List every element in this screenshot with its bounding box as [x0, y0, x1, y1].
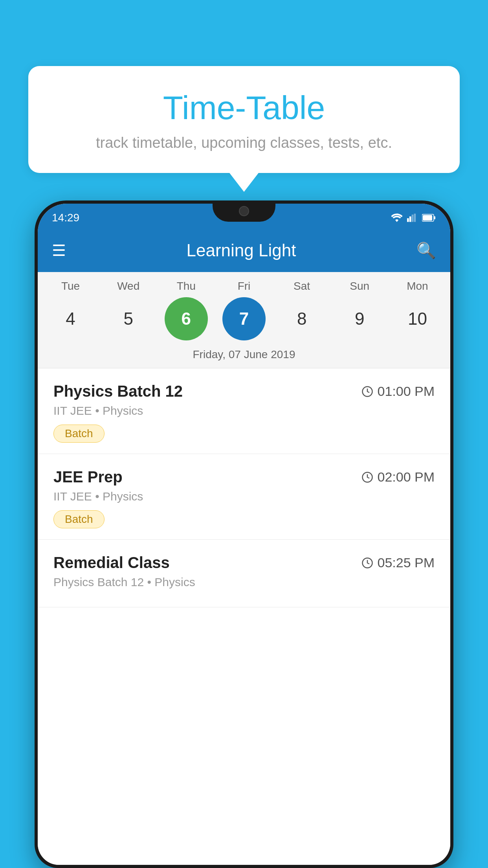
date-6-today[interactable]: 6	[165, 297, 208, 340]
day-tue: Tue	[47, 280, 94, 292]
day-mon: Mon	[394, 280, 441, 292]
class-meta-3: Physics Batch 12 • Physics	[53, 576, 435, 589]
wifi-icon	[391, 213, 403, 223]
date-4[interactable]: 4	[49, 297, 92, 340]
class-name-2: JEE Prep	[53, 468, 123, 486]
date-8[interactable]: 8	[280, 297, 323, 340]
status-icons	[391, 213, 436, 223]
date-5[interactable]: 5	[107, 297, 150, 340]
clock-icon-3	[361, 557, 373, 569]
date-7-selected[interactable]: 7	[222, 297, 266, 340]
status-time: 14:29	[52, 211, 79, 224]
phone-shell: 14:29	[35, 200, 453, 868]
bubble-subtitle: track timetable, upcoming classes, tests…	[52, 134, 436, 151]
class-meta-1: IIT JEE • Physics	[53, 404, 435, 417]
class-time-1: 01:00 PM	[361, 384, 435, 399]
class-item-physics-batch-12[interactable]: Physics Batch 12 01:00 PM IIT JEE • Phys…	[38, 368, 450, 454]
app-bar: ☰ Learning Light 🔍	[38, 229, 450, 272]
clock-icon-2	[361, 471, 373, 483]
svg-rect-2	[412, 215, 414, 222]
day-thu: Thu	[163, 280, 210, 292]
class-time-2: 02:00 PM	[361, 469, 435, 485]
phone-screen: 14:29	[38, 204, 450, 865]
bubble-title: Time-Table	[52, 90, 436, 126]
signal-icon	[407, 213, 418, 223]
class-name-3: Remedial Class	[53, 554, 170, 572]
date-10[interactable]: 10	[396, 297, 439, 340]
class-list: Physics Batch 12 01:00 PM IIT JEE • Phys…	[38, 368, 450, 865]
class-item-jee-prep[interactable]: JEE Prep 02:00 PM IIT JEE • Physics Batc…	[38, 454, 450, 540]
selected-date-label: Friday, 07 June 2019	[38, 345, 450, 368]
speech-bubble: Time-Table track timetable, upcoming cla…	[28, 66, 460, 173]
svg-rect-5	[434, 216, 435, 219]
class-item-remedial[interactable]: Remedial Class 05:25 PM Physics Batch 12…	[38, 540, 450, 607]
day-sun: Sun	[336, 280, 383, 292]
search-icon[interactable]: 🔍	[416, 241, 436, 260]
day-fri: Fri	[220, 280, 268, 292]
svg-rect-0	[407, 218, 409, 222]
clock-icon-1	[361, 386, 373, 397]
class-name-1: Physics Batch 12	[53, 383, 183, 400]
calendar-dates: 4 5 6 7 8 9 10	[38, 292, 450, 345]
svg-rect-6	[423, 215, 432, 221]
class-item-header-2: JEE Prep 02:00 PM	[53, 468, 435, 486]
class-item-header-3: Remedial Class 05:25 PM	[53, 554, 435, 572]
phone-notch	[213, 200, 275, 222]
batch-tag-2: Batch	[53, 510, 105, 528]
class-item-header-1: Physics Batch 12 01:00 PM	[53, 383, 435, 400]
class-time-3: 05:25 PM	[361, 555, 435, 570]
date-9[interactable]: 9	[338, 297, 381, 340]
batch-tag-1: Batch	[53, 425, 105, 443]
calendar-days-header: Tue Wed Thu Fri Sat Sun Mon	[38, 280, 450, 292]
calendar-strip: Tue Wed Thu Fri Sat Sun Mon 4 5 6 7 8 9 …	[38, 272, 450, 368]
battery-icon	[422, 213, 436, 222]
svg-rect-3	[414, 214, 416, 222]
day-sat: Sat	[278, 280, 325, 292]
app-bar-title: Learning Light	[79, 241, 404, 260]
class-meta-2: IIT JEE • Physics	[53, 490, 435, 503]
camera-icon	[239, 206, 249, 216]
day-wed: Wed	[105, 280, 152, 292]
hamburger-menu-icon[interactable]: ☰	[52, 241, 66, 259]
svg-rect-1	[409, 217, 411, 222]
